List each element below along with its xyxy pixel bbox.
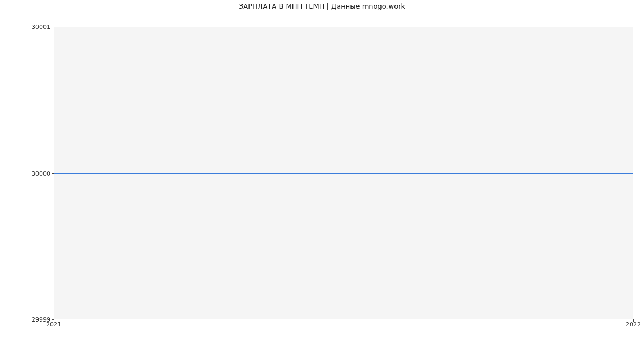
data-line	[54, 173, 633, 174]
grid-line	[54, 27, 633, 27]
y-tick-label: 30000	[0, 170, 50, 177]
x-tick-mark	[633, 319, 634, 322]
plot-area	[54, 27, 633, 319]
salary-chart: ЗАРПЛАТА В МПП ТЕМП | Данные mnogo.work …	[0, 0, 644, 349]
x-tick-mark	[54, 319, 54, 322]
y-tick-label: 30001	[0, 24, 50, 31]
x-tick-label: 2021	[38, 321, 70, 328]
x-tick-label: 2022	[617, 321, 644, 328]
chart-title: ЗАРПЛАТА В МПП ТЕМП | Данные mnogo.work	[0, 2, 644, 10]
